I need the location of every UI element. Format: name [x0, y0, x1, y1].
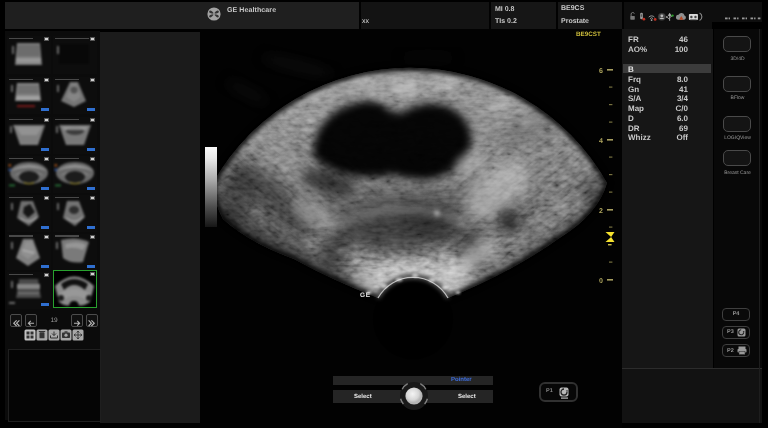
svg-text:6: 6	[599, 68, 603, 75]
svg-text:2: 2	[599, 208, 603, 215]
svg-text:0: 0	[599, 278, 603, 285]
svg-text:4: 4	[599, 138, 603, 145]
